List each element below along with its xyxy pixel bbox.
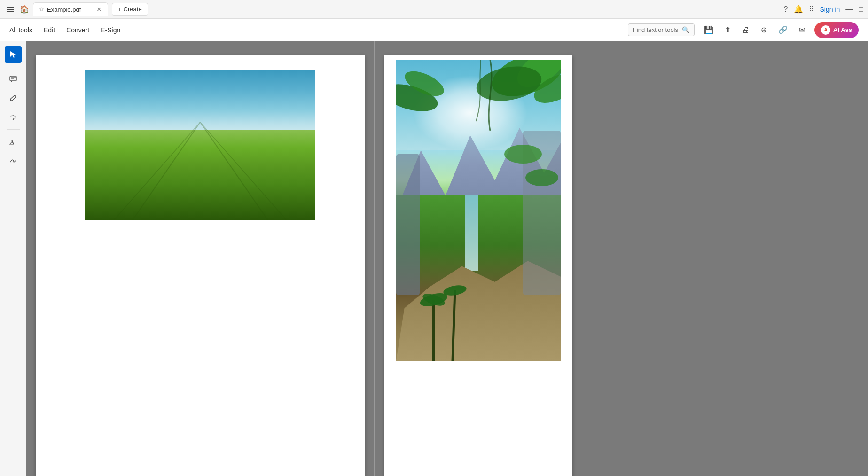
jungle-waterfall (465, 195, 478, 271)
menu-button[interactable] (5, 5, 16, 14)
pdf-page-left (36, 55, 365, 476)
link-button[interactable]: 🔗 (776, 23, 790, 36)
text-icon: A (9, 138, 17, 146)
browser-bar: 🏠 ☆ Example.pdf ✕ + Create ? 🔔 ⠿ Sign in… (0, 0, 868, 19)
sign-in-button[interactable]: Sign in (820, 6, 840, 13)
main-area: A (0, 41, 868, 476)
zoom-button[interactable]: ⊕ (759, 23, 769, 36)
svg-rect-0 (10, 76, 16, 81)
new-tab-button[interactable]: + Create (112, 3, 148, 16)
convert-menu[interactable]: Convert (66, 24, 89, 36)
field-image (85, 70, 315, 220)
new-tab-label: Create (124, 6, 142, 13)
ai-logo-icon: A (821, 25, 830, 35)
home-button[interactable]: 🏠 (20, 5, 29, 14)
pencil-icon (9, 94, 17, 102)
browser-tab[interactable]: ☆ Example.pdf ✕ (33, 2, 108, 16)
comment-icon (9, 75, 17, 84)
svg-line-9 (114, 122, 200, 220)
esign-menu[interactable]: E-Sign (101, 24, 120, 36)
tab-title: Example.pdf (47, 6, 81, 13)
text-tool[interactable]: A (5, 133, 22, 150)
ai-assistant-label: AI Ass (833, 26, 852, 33)
toolbar-right: Find text or tools 🔍 💾 ⬆ 🖨 ⊕ 🔗 ✉ A AI As… (628, 22, 859, 38)
pdf-page-right (384, 55, 572, 476)
notifications-icon[interactable]: 🔔 (794, 5, 803, 14)
find-tools-label: Find text or tools (633, 26, 678, 33)
jungle-image (396, 60, 561, 361)
signature-icon (9, 156, 17, 165)
save-button[interactable]: 💾 (702, 23, 715, 36)
page-divider (374, 41, 375, 476)
sidebar-separator-1 (7, 67, 20, 67)
svg-line-8 (200, 122, 268, 220)
pdf-pages (26, 41, 868, 476)
close-tab-icon[interactable]: ✕ (96, 6, 102, 13)
share-button[interactable]: ✉ (797, 23, 807, 36)
ai-assistant-button[interactable]: A AI Ass (814, 22, 859, 38)
help-icon[interactable]: ? (784, 5, 788, 14)
field-rows-svg (85, 122, 315, 220)
browser-actions: ? 🔔 ⠿ Sign in — □ (784, 5, 863, 14)
svg-line-10 (200, 122, 286, 220)
lasso-icon (9, 113, 17, 121)
find-tools-input[interactable]: Find text or tools 🔍 (628, 23, 695, 36)
app-toolbar: All tools Edit Convert E-Sign Find text … (0, 19, 868, 41)
sign-tool[interactable] (5, 152, 22, 169)
print-button[interactable]: 🖨 (740, 24, 751, 36)
comment-tool[interactable] (5, 71, 22, 88)
minimize-icon[interactable]: — (845, 5, 853, 14)
sidebar-separator-2 (7, 129, 20, 130)
apps-icon[interactable]: ⠿ (809, 5, 814, 14)
lasso-tool[interactable] (5, 109, 22, 125)
maximize-icon[interactable]: □ (859, 5, 863, 14)
annotate-tool[interactable] (5, 90, 22, 107)
svg-rect-6 (9, 144, 14, 145)
select-tool[interactable] (5, 46, 22, 63)
cursor-icon (9, 50, 17, 59)
svg-line-7 (133, 122, 200, 220)
svg-line-3 (15, 95, 16, 97)
edit-menu[interactable]: Edit (44, 24, 55, 36)
bookmark-icon: ☆ (39, 6, 44, 13)
plus-icon: + (118, 6, 122, 13)
all-tools-menu[interactable]: All tools (9, 24, 32, 36)
pdf-area[interactable] (26, 41, 868, 476)
left-sidebar: A (0, 41, 26, 476)
search-icon: 🔍 (682, 26, 689, 33)
upload-button[interactable]: ⬆ (723, 23, 733, 36)
